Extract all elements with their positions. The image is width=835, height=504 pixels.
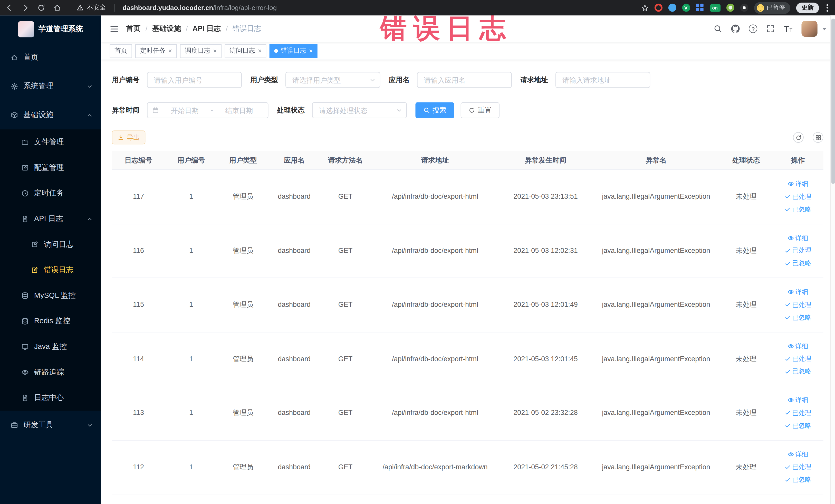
ignored-link[interactable]: 已忽略 — [784, 421, 811, 430]
sidebar-item-job[interactable]: 定时任务 — [0, 181, 101, 206]
cell-time: 2021-05-03 12:01:49 — [499, 278, 592, 332]
detail-link[interactable]: 详细 — [787, 450, 808, 459]
extension-blue-icon[interactable] — [668, 4, 676, 12]
column-settings-button[interactable] — [813, 132, 823, 143]
help-icon[interactable] — [749, 24, 757, 33]
sidebar-item-home[interactable]: 首页 — [0, 43, 101, 72]
sidebar-item-dev-tool[interactable]: 研发工具 — [0, 411, 101, 440]
reset-button[interactable]: 重置 — [461, 102, 500, 118]
ignored-link[interactable]: 已忽略 — [784, 475, 811, 484]
avatar[interactable] — [801, 21, 817, 37]
sidebar-item-trace[interactable]: 链路追踪 — [0, 360, 101, 385]
processed-link[interactable]: 已处理 — [784, 300, 811, 309]
filter-request-url: 请求地址 — [520, 72, 650, 88]
check-icon — [784, 422, 791, 429]
sidebar-item-config[interactable]: 配置管理 — [0, 155, 101, 181]
sidebar-item-error-log[interactable]: 错误日志 — [0, 257, 101, 283]
export-button[interactable]: 导出 — [112, 130, 145, 144]
security-indicator[interactable]: 不安全 — [77, 3, 106, 12]
browser-menu-icon[interactable] — [825, 4, 830, 12]
process-status-select-input[interactable] — [312, 102, 407, 118]
detail-link[interactable]: 详细 — [787, 342, 808, 351]
extension-grid-icon[interactable] — [696, 4, 704, 12]
cell-time: 2021-05-03 12:02:31 — [499, 224, 592, 278]
ignored-link[interactable]: 已忽略 — [784, 367, 811, 376]
app-name-input[interactable] — [417, 72, 512, 88]
tab-home[interactable]: 首页 — [109, 44, 132, 58]
extension-pin-icon[interactable] — [740, 4, 748, 12]
process-status-select[interactable] — [312, 102, 407, 118]
processed-link[interactable]: 已处理 — [784, 192, 811, 201]
processed-link[interactable]: 已处理 — [784, 463, 811, 472]
refresh-button[interactable] — [793, 132, 803, 143]
processed-link[interactable]: 已处理 — [784, 246, 811, 255]
eye-icon — [787, 289, 794, 295]
detail-link[interactable]: 详细 — [787, 287, 808, 297]
start-date-input[interactable] — [161, 106, 209, 114]
profile-chip[interactable]: 已暂停 — [754, 2, 790, 14]
font-size-icon[interactable] — [784, 24, 793, 33]
logo[interactable]: 芋道管理系统 — [0, 15, 101, 43]
close-icon[interactable] — [213, 48, 217, 54]
breadcrumb-item[interactable]: 基础设施 — [152, 24, 181, 33]
breadcrumb-item[interactable]: 首页 — [126, 24, 141, 33]
ignored-link[interactable]: 已忽略 — [784, 259, 811, 268]
caret-down-icon[interactable] — [822, 28, 827, 33]
bookmark-star-icon[interactable] — [641, 4, 648, 12]
address-bar[interactable]: dashboard.yudao.iocoder.cn/infra/log/api… — [122, 4, 277, 12]
end-date-input[interactable] — [215, 106, 263, 114]
extension-on-badge[interactable]: on — [710, 4, 720, 12]
cell-url: /api/infra/db-doc/export-html — [371, 386, 499, 440]
extension-v-icon[interactable] — [682, 4, 690, 12]
tab-job[interactable]: 定时任务 — [135, 44, 177, 58]
sidebar-item-file[interactable]: 文件管理 — [0, 129, 101, 155]
exception-time-range[interactable]: - — [147, 102, 268, 118]
close-icon[interactable] — [168, 48, 172, 54]
tab-error-log[interactable]: 错误日志 — [269, 44, 318, 58]
browser-update-button[interactable]: 更新 — [796, 2, 819, 13]
hamburger-icon[interactable] — [109, 24, 119, 33]
warning-icon — [77, 4, 84, 11]
user-type-select[interactable] — [285, 72, 380, 88]
tab-access-log[interactable]: 访问日志 — [225, 44, 266, 58]
close-icon[interactable] — [258, 48, 262, 54]
search-icon[interactable] — [714, 24, 722, 33]
user-id-input[interactable] — [147, 72, 242, 88]
browser-forward-button[interactable] — [21, 4, 29, 12]
scrollbar-thumb[interactable] — [831, 19, 835, 184]
cell-actions: 详细 已处理 已忽略 — [772, 440, 823, 494]
detail-link[interactable]: 详细 — [787, 180, 808, 188]
sidebar-item-java[interactable]: Java 监控 — [0, 334, 101, 360]
sidebar-item-log-center[interactable]: 日志中心 — [0, 385, 101, 411]
sidebar-item-infra[interactable]: 基础设施 — [0, 101, 101, 129]
fullscreen-icon[interactable] — [767, 24, 775, 33]
processed-link[interactable]: 已处理 — [784, 354, 811, 363]
github-icon[interactable] — [731, 24, 740, 33]
detail-link[interactable]: 详细 — [787, 234, 808, 243]
browser-reload-button[interactable] — [37, 4, 45, 12]
browser-home-button[interactable] — [53, 4, 61, 12]
table-row: 114 1 管理员 dashboard GET /api/infra/db-do… — [112, 332, 823, 386]
check-icon — [784, 464, 791, 470]
detail-link[interactable]: 详细 — [787, 396, 808, 405]
check-icon — [784, 260, 791, 267]
sidebar-item-mysql[interactable]: MySQL 监控 — [0, 283, 101, 309]
eye-icon — [787, 397, 794, 404]
processed-link[interactable]: 已处理 — [784, 408, 811, 418]
extension-leaf-icon[interactable] — [726, 4, 734, 12]
ignored-link[interactable]: 已忽略 — [784, 313, 811, 322]
sidebar-item-system[interactable]: 系统管理 — [0, 72, 101, 101]
close-icon[interactable] — [309, 48, 313, 54]
extension-red-icon[interactable] — [654, 4, 662, 12]
breadcrumb-item[interactable]: API 日志 — [192, 24, 221, 33]
browser-back-button[interactable] — [5, 4, 13, 12]
user-type-select-input[interactable] — [285, 72, 380, 88]
sidebar-item-access-log[interactable]: 访问日志 — [0, 231, 101, 257]
request-url-input[interactable] — [555, 72, 650, 88]
search-button[interactable]: 搜索 — [415, 102, 454, 118]
user-id-label: 用户编号 — [112, 75, 140, 85]
ignored-link[interactable]: 已忽略 — [784, 205, 811, 214]
sidebar-item-api-log[interactable]: API 日志 — [0, 206, 101, 232]
tab-schedule-log[interactable]: 调度日志 — [180, 44, 222, 58]
sidebar-item-redis[interactable]: Redis 监控 — [0, 308, 101, 334]
